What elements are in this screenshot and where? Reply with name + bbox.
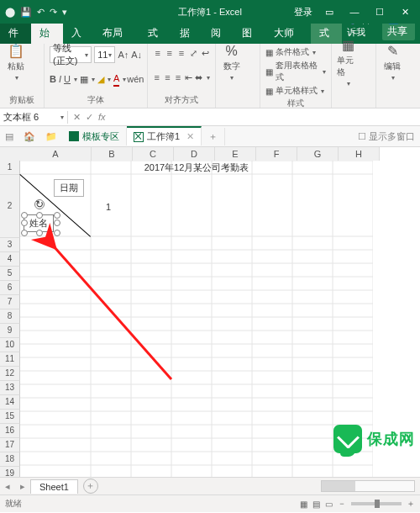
resize-handle[interactable] [54, 230, 60, 236]
resize-handle[interactable] [54, 212, 60, 219]
enter-icon[interactable]: ✓ [86, 112, 93, 123]
multiwindow-toggle[interactable]: 显示多窗口 [369, 131, 415, 141]
spreadsheet[interactable]: ABCDEFGH 1234567891011121314151617181920… [0, 147, 420, 477]
row-header-3[interactable]: 3 [0, 238, 20, 252]
sheet-nav-prev-icon[interactable]: ◂ [0, 481, 15, 492]
phonetic-button[interactable]: wén [129, 72, 142, 86]
font-name-select[interactable]: 等线 (正文)▾ [50, 46, 92, 63]
decrease-font-icon[interactable]: A↓ [131, 48, 142, 61]
number-format-button[interactable]: %数字▾ [221, 45, 243, 79]
row-header-8[interactable]: 8 [0, 309, 20, 324]
font-size-select[interactable]: 11▾ [94, 46, 115, 63]
col-header-G[interactable]: G [297, 147, 339, 161]
row-header-9[interactable]: 9 [0, 324, 20, 338]
maximize-button[interactable]: ☐ [371, 7, 388, 18]
resize-handle[interactable] [36, 212, 43, 219]
row-header-17[interactable]: 17 [0, 438, 20, 452]
name-box[interactable]: 文本框 6▾ [0, 111, 68, 124]
wrap-icon[interactable]: ↩ [201, 46, 210, 60]
row-header-1[interactable]: 1 [0, 161, 20, 175]
border-button[interactable]: ▦ [80, 72, 88, 86]
col-header-E[interactable]: E [215, 147, 256, 161]
column-headers[interactable]: ABCDEFGH [20, 147, 420, 161]
select-all-corner[interactable] [0, 147, 21, 161]
zoom-out-button[interactable]: － [338, 498, 346, 510]
resize-handle[interactable] [36, 230, 43, 236]
undo-icon[interactable]: ↶ [37, 7, 45, 18]
row-header-18[interactable]: 18 [0, 452, 20, 467]
increase-font-icon[interactable]: A↑ [118, 48, 129, 61]
row-header-13[interactable]: 13 [0, 381, 20, 395]
qat-dropdown-icon[interactable]: ▾ [62, 7, 67, 18]
minimize-button[interactable]: ― [346, 7, 363, 17]
cell-style-button[interactable]: ▦单元格样式▾ [265, 84, 326, 98]
col-header-C[interactable]: C [133, 147, 174, 161]
sheet-nav-next-icon[interactable]: ▸ [15, 481, 30, 492]
table-format-button[interactable]: ▦套用表格格式▾ [265, 59, 326, 84]
sheet-tab[interactable]: Sheet1 [30, 479, 78, 494]
align-center-icon[interactable]: ≡ [164, 71, 172, 84]
login-button[interactable]: 登录 [294, 6, 312, 19]
cell-b2[interactable]: 1 [106, 202, 111, 212]
add-sheet-button[interactable]: ＋ [83, 479, 98, 494]
col-header-B[interactable]: B [92, 147, 133, 161]
cell-title[interactable]: 2017年12月某公司考勤表 [20, 161, 373, 174]
h-scrollbar[interactable] [321, 480, 415, 492]
new-tab-button[interactable]: ＋ [202, 128, 225, 145]
row-header-14[interactable]: 14 [0, 395, 20, 410]
folder-icon[interactable]: 📁 [40, 131, 62, 142]
fill-color-button[interactable]: ◢ [97, 72, 104, 86]
row-header-7[interactable]: 7 [0, 295, 20, 309]
bold-button[interactable]: B [50, 72, 56, 86]
row-header-2[interactable]: 2 [0, 175, 20, 238]
cells-area[interactable]: 2017年12月某公司考勤表 1 日期 姓名 ↻ [20, 161, 420, 477]
ribbon-options-icon[interactable]: ▭ [321, 7, 338, 18]
view-page-icon[interactable]: ▤ [312, 500, 320, 509]
italic-button[interactable]: I [59, 72, 61, 86]
align-mid-icon[interactable]: ≡ [165, 46, 174, 60]
row-header-6[interactable]: 6 [0, 281, 20, 295]
row-header-5[interactable]: 5 [0, 267, 20, 281]
cells-button[interactable]: ▦单元格▾ [337, 45, 359, 79]
cancel-icon[interactable]: ✕ [73, 112, 81, 123]
save-icon[interactable]: 💾 [20, 7, 32, 18]
nav-menu-icon[interactable]: ▤ [0, 131, 18, 142]
orientation-icon[interactable]: ⤢ [188, 46, 197, 60]
tab-template[interactable]: 模板专区 [62, 128, 127, 145]
col-header-F[interactable]: F [256, 147, 297, 161]
align-top-icon[interactable]: ≡ [153, 46, 162, 60]
zoom-in-button[interactable]: ＋ [407, 498, 415, 510]
tab-workbook[interactable]: 工作簿1✕ [127, 126, 202, 145]
zoom-slider[interactable] [351, 502, 402, 505]
row-header-19[interactable]: 19 [0, 467, 20, 477]
home-icon[interactable]: 🏠 [18, 131, 40, 142]
indent-dec-icon[interactable]: ⇤ [185, 71, 193, 84]
underline-button[interactable]: U [64, 72, 71, 86]
view-normal-icon[interactable]: ▦ [300, 500, 307, 509]
resize-handle[interactable] [54, 219, 60, 226]
row-header-15[interactable]: 15 [0, 410, 20, 424]
col-header-A[interactable]: A [20, 147, 92, 161]
row-header-11[interactable]: 11 [0, 352, 20, 367]
align-bot-icon[interactable]: ≡ [176, 46, 186, 60]
redo-icon[interactable]: ↷ [50, 7, 57, 18]
close-tab-icon[interactable]: ✕ [186, 131, 194, 142]
resize-handle[interactable] [21, 219, 28, 226]
fx-icon[interactable]: fx [98, 112, 106, 122]
align-right-icon[interactable]: ≡ [174, 71, 182, 84]
col-header-H[interactable]: H [339, 147, 380, 161]
row-header-16[interactable]: 16 [0, 424, 20, 438]
merge-icon[interactable]: ⬌ [195, 71, 203, 84]
row-header-10[interactable]: 10 [0, 338, 20, 352]
row-header-4[interactable]: 4 [0, 252, 20, 267]
font-color-button[interactable]: A [113, 71, 119, 87]
view-break-icon[interactable]: ▭ [325, 500, 333, 509]
resize-handle[interactable] [21, 230, 28, 236]
edit-button[interactable]: ✎编辑▾ [381, 45, 403, 79]
col-header-D[interactable]: D [174, 147, 215, 161]
paste-button[interactable]: 📋粘贴▾ [5, 45, 27, 79]
rotate-handle-icon[interactable]: ↻ [34, 199, 45, 209]
row-headers[interactable]: 1234567891011121314151617181920212223 [0, 161, 20, 477]
close-button[interactable]: ✕ [396, 7, 413, 18]
row-header-12[interactable]: 12 [0, 367, 20, 381]
